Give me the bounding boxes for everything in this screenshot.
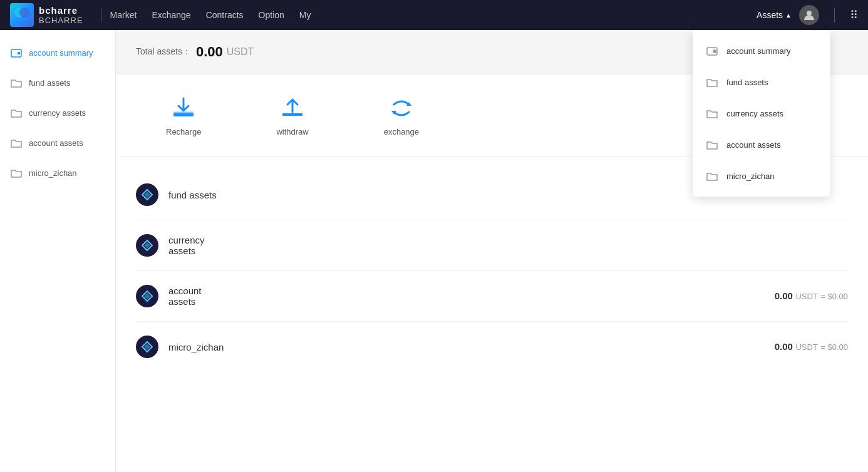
micro-equals: = xyxy=(820,342,827,352)
dropdown-item-account-assets[interactable]: account assets xyxy=(693,129,830,160)
dropdown-label-fund-assets: fund assets xyxy=(726,78,768,87)
currency-diamond-icon xyxy=(136,234,158,257)
dropdown-folder-icon-3 xyxy=(705,138,719,151)
recharge-action[interactable]: Recharge xyxy=(166,95,201,136)
sidebar-label-currency-assets: currency assets xyxy=(29,108,86,118)
dropdown-item-account-summary[interactable]: account summary xyxy=(693,35,830,66)
nav-divider-left xyxy=(101,8,101,23)
logo-title: bcharre xyxy=(39,5,83,16)
logo: bcharre BCHARRE xyxy=(10,3,83,27)
account-usdt-value: 0.00 xyxy=(775,290,793,301)
wallet-icon xyxy=(10,46,23,59)
nav-contracts[interactable]: Contracts xyxy=(205,8,245,23)
asset-row-micro[interactable]: micro_zichan 0.00 USDT = $0.00 xyxy=(136,322,848,372)
dropdown-folder-icon-1 xyxy=(705,75,719,89)
currency-assets-name: currencyassets xyxy=(168,235,848,256)
micro-zichan-name: micro_zichan xyxy=(168,342,775,352)
dropdown-item-fund-assets[interactable]: fund assets xyxy=(693,66,830,98)
sidebar-item-currency-assets[interactable]: currency assets xyxy=(0,98,115,128)
micro-usd-value: $0.00 xyxy=(827,342,848,352)
asset-row-currency[interactable]: currencyassets xyxy=(136,220,848,271)
account-assets-name: accountassets xyxy=(168,285,775,307)
svg-rect-5 xyxy=(18,52,20,54)
total-label: Total assets： xyxy=(136,46,191,58)
logo-image xyxy=(10,3,34,27)
dropdown-label-currency-assets: currency assets xyxy=(726,109,783,118)
navbar: bcharre BCHARRE Market Exchange Contract… xyxy=(0,0,868,30)
dropdown-label-account-assets: account assets xyxy=(726,140,781,150)
nav-my[interactable]: My xyxy=(298,8,313,23)
avatar[interactable] xyxy=(799,5,819,25)
micro-diamond-icon xyxy=(136,336,158,358)
account-diamond-icon xyxy=(136,285,158,307)
dropdown-label-account-summary: account summary xyxy=(726,46,791,56)
fund-diamond-icon xyxy=(136,183,158,206)
nav-option[interactable]: Option xyxy=(257,8,286,23)
account-usd-value: $0.00 xyxy=(827,292,848,301)
svg-rect-2 xyxy=(17,18,27,21)
dropdown-wallet-icon xyxy=(705,44,719,58)
dropdown-item-micro-zichan[interactable]: micro_zichan xyxy=(693,160,830,192)
sidebar-item-account-summary[interactable]: account summary xyxy=(0,38,115,68)
nav-links: Market Exchange Contracts Option My xyxy=(109,8,757,23)
total-value: 0.00 xyxy=(196,44,223,60)
micro-usdt-label: USDT xyxy=(795,342,817,352)
svg-point-1 xyxy=(19,8,29,18)
nav-market[interactable]: Market xyxy=(109,8,138,23)
sidebar: account summary fund assets currency ass… xyxy=(0,30,116,472)
recharge-label: Recharge xyxy=(166,127,201,136)
micro-asset-values: 0.00 USDT = $0.00 xyxy=(775,341,848,352)
folder-icon-3 xyxy=(10,136,23,149)
nav-exchange[interactable]: Exchange xyxy=(150,8,192,23)
account-assets-values: 0.00 USDT = $0.00 xyxy=(775,290,848,302)
nav-divider-right xyxy=(834,8,835,23)
logo-subtitle: BCHARRE xyxy=(39,16,83,25)
folder-icon-1 xyxy=(10,76,23,89)
folder-icon-4 xyxy=(10,167,23,179)
nav-right: Assets ▲ ⠿ xyxy=(757,5,858,25)
sidebar-label-micro-zichan: micro_zichan xyxy=(29,168,77,178)
withdraw-icon xyxy=(279,95,306,122)
withdraw-action[interactable]: withdraw xyxy=(276,95,308,136)
sidebar-label-account-assets: account assets xyxy=(29,138,83,148)
withdraw-label: withdraw xyxy=(276,127,308,136)
exchange-icon xyxy=(388,95,415,122)
dropdown-item-currency-assets[interactable]: currency assets xyxy=(693,98,830,129)
svg-rect-9 xyxy=(282,113,302,116)
sidebar-item-micro-zichan[interactable]: micro_zichan xyxy=(0,158,115,188)
svg-rect-8 xyxy=(173,113,194,116)
sidebar-label-fund-assets: fund assets xyxy=(29,78,71,88)
dropdown-folder-icon-4 xyxy=(705,169,719,183)
recharge-icon xyxy=(170,95,197,122)
svg-point-3 xyxy=(807,11,812,16)
sidebar-item-fund-assets[interactable]: fund assets xyxy=(0,68,115,98)
folder-icon-2 xyxy=(10,106,23,119)
svg-rect-21 xyxy=(713,50,716,53)
dropdown-folder-icon-2 xyxy=(705,106,719,120)
micro-usdt-value: 0.00 xyxy=(775,341,793,352)
dropdown-label-micro-zichan: micro_zichan xyxy=(726,172,775,181)
account-equals: = xyxy=(820,292,827,301)
sidebar-item-account-assets[interactable]: account assets xyxy=(0,128,115,158)
exchange-action[interactable]: exchange xyxy=(384,95,419,136)
assets-dropdown: account summary fund assets currency ass… xyxy=(693,30,830,197)
grid-icon[interactable]: ⠿ xyxy=(850,8,858,22)
account-usdt-label: USDT xyxy=(795,292,817,301)
sidebar-label-account-summary: account summary xyxy=(29,48,93,58)
asset-row-account[interactable]: accountassets 0.00 USDT = $0.00 xyxy=(136,271,848,322)
chevron-up-icon: ▲ xyxy=(785,12,792,19)
exchange-label: exchange xyxy=(384,127,419,136)
assets-label: Assets xyxy=(757,10,783,20)
total-currency: USDT xyxy=(227,46,254,58)
assets-button[interactable]: Assets ▲ xyxy=(757,10,792,20)
